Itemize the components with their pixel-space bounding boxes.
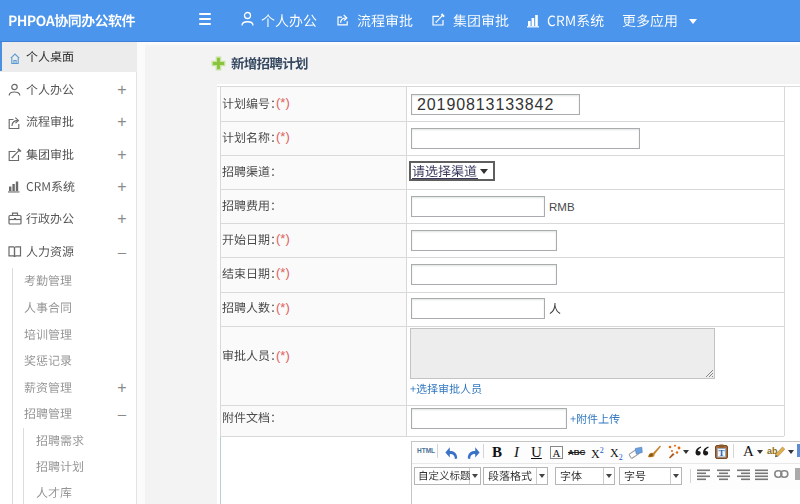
svg-text:T: T [718,448,724,458]
